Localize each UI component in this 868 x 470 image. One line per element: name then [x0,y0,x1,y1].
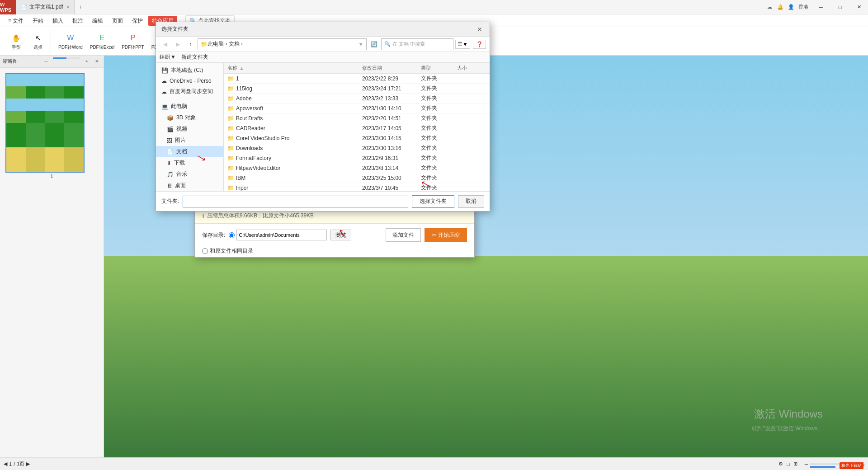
radio-same-dir[interactable]: 和原文件相同目录 [202,247,467,255]
dialog-close-btn[interactable]: ✕ [475,25,484,34]
sidebar-baidu[interactable]: ☁ 百度网盘同步空间 [156,86,223,97]
nav-up-btn[interactable]: ↑ [185,39,196,50]
sidebar-download[interactable]: ⬇ 下载 [156,157,223,169]
table-row[interactable]: 📁Adobe 2023/3/2 13:33 文件夹 [224,94,490,103]
table-row[interactable]: 📁Downloads 2023/3/30 13:16 文件夹 [224,143,490,153]
user-icon[interactable]: 👤 [788,4,795,11]
dialog-body: 💾 本地磁盘 (C:) ☁ OneDrive - Perso ☁ 百度网盘同步空… [156,63,490,191]
page-nav-prev[interactable]: ◀ [4,461,7,467]
radio-custom-input[interactable] [229,232,235,238]
ribbon-page-tab[interactable]: 页面 [108,14,127,27]
browse-btn[interactable]: 浏览 [330,230,351,240]
start-compress-btn[interactable]: ✂ 开始压缩 [425,228,467,242]
sidebar-picture[interactable]: 🖼 图片 [156,135,223,146]
table-row[interactable]: 📁FormatFactory 2023/2/9 16:31 文件夹 [224,153,490,163]
sidebar-document[interactable]: 📄 文档 [156,146,223,157]
select-folder-btn[interactable]: 选择文件夹 [412,195,454,208]
table-row[interactable]: 📁HitpawVideoEditor 2023/3/8 13:14 文件夹 [224,163,490,173]
table-row[interactable]: 📁CADReader 2023/3/17 14:05 文件夹 [224,123,490,133]
ribbon-start-tab[interactable]: 开始 [28,14,48,27]
left-panel: 缩略图 ─ + ✕ [0,55,104,457]
help-btn[interactable]: ❓ [473,40,486,49]
col-date-header[interactable]: 修改日期 [359,63,417,73]
window-controls: ─ □ ✕ [812,0,868,14]
3d-icon: 📦 [167,115,174,121]
ribbon-protect-tab[interactable]: 保护 [127,14,147,27]
table-row[interactable]: 📁Inpor 2023/3/7 10:45 文件夹 [224,183,490,191]
nav-forward-btn[interactable]: ▶ [172,39,183,50]
folder-icon: 📁 [227,145,234,151]
sidebar-local-c[interactable]: 💾 本地磁盘 (C:) [156,65,223,76]
breadcrumb-path: 此电脑 › 文档 › [208,40,243,48]
sidebar-video[interactable]: 🎬 视频 [156,123,223,135]
ribbon-edit-tab[interactable]: 编辑 [88,14,108,27]
table-row[interactable]: 📁Apowersoft 2023/1/30 14:10 文件夹 [224,103,490,113]
view-controls: ☰▼ ❓ [455,40,486,49]
pdf-excel-btn[interactable]: E PDF转Excel [87,31,117,52]
view-icon[interactable]: □ [787,461,790,467]
compress-info-text: 压缩后总体积9.66KB，比原文件小465.39KB [207,212,314,220]
hand-tool-btn[interactable]: ✋ 手型 [6,31,26,52]
refresh-btn[interactable]: 🔄 [368,39,379,50]
folder-icon: 📁 [227,85,234,92]
sidebar-onedrive[interactable]: ☁ OneDrive - Perso [156,76,223,86]
minimize-btn[interactable]: ─ [812,0,830,14]
fit-icon[interactable]: ⊞ [793,461,797,467]
tab-add-btn[interactable]: + [75,1,87,14]
table-row[interactable]: 📁Bcut Drafts 2023/2/20 14:51 文件夹 [224,113,490,123]
page-number-label: 1 [5,174,98,179]
ribbon-file-btn[interactable]: ≡ 文件 [4,14,28,27]
table-row[interactable]: 📁1 2023/2/22 8:29 文件夹 [224,74,490,84]
pdf-word-btn[interactable]: W PDF转Word [56,31,85,52]
organize-btn[interactable]: 组织▼ [160,53,176,61]
dialog-search-box[interactable]: 🔍 在 文档 中搜索 [381,38,453,50]
sidebar-music[interactable]: 🎵 音乐 [156,169,223,180]
table-row[interactable]: 📁115log 2023/3/24 17:21 文件夹 [224,84,490,94]
pdf-word-icon: W [64,32,77,44]
compress-icon: ✂ [432,232,436,238]
compress-dialog: ℹ 压缩后总体积9.66KB，比原文件小465.39KB 保存目录: 浏览 添加… [194,208,475,258]
sidebar-3d[interactable]: 📦 3D 对象 [156,112,223,123]
ribbon-insert-tab[interactable]: 插入 [48,14,68,27]
folder-input[interactable] [183,196,408,207]
page-nav-next[interactable]: ▶ [26,461,30,467]
add-file-btn[interactable]: 添加文件 [386,228,421,242]
folder-icon: 📁 [227,165,234,171]
settings-icon[interactable]: ⚙ [778,461,783,467]
username: 香港 [798,4,808,10]
sidebar-this-pc[interactable]: 💻 此电脑 [156,101,223,112]
close-btn[interactable]: ✕ [850,0,868,14]
table-row[interactable]: 📁Corel VideoStudio Pro 2023/3/30 14:15 文… [224,133,490,143]
radio-same-dir-input[interactable] [202,248,208,254]
ribbon-comment-tab[interactable]: 批注 [68,14,88,27]
breadcrumb-dropdown-icon[interactable]: ▼ [358,41,363,47]
search-box-icon: 🔍 [384,41,391,47]
tab-pdf[interactable]: 📄 文字文稿1.pdf ✕ [16,0,75,14]
pdf-ppt-btn[interactable]: P PDF转PPT [119,31,146,52]
panel-close-btn[interactable]: ✕ [93,57,101,66]
save-path-input[interactable] [236,230,327,240]
nav-back-btn[interactable]: ◀ [160,39,170,50]
new-folder-btn[interactable]: 新建文件夹 [181,53,208,61]
select-tool-btn[interactable]: ↖ 选择 [28,31,48,52]
panel-zoom-in-btn[interactable]: + [83,57,91,66]
table-row[interactable]: 📁IBM 2023/3/25 15:00 文件夹 [224,173,490,183]
maximize-btn[interactable]: □ [831,0,849,14]
bottom-bar: ◀ 1 / 1页 ▶ ⚙ □ ⊞ ─ + 78% 极光下载站 [0,457,868,470]
folder-icon: 📁 [227,135,234,141]
view-mode-btn[interactable]: ☰▼ [455,40,470,49]
breadcrumb-bar[interactable]: 📁 此电脑 › 文档 › ▼ [198,38,367,50]
panel-zoom-out-btn[interactable]: ─ [42,57,50,66]
dialog-toolbar: ◀ ▶ ↑ 📁 此电脑 › 文档 › ▼ 🔄 🔍 在 文档 中搜索 ☰▼ ❓ [156,37,490,52]
page-thumbnail[interactable] [5,73,85,173]
zoom-out-btn[interactable]: ─ [805,461,808,467]
cancel-btn[interactable]: 取消 [458,195,484,208]
sidebar-desktop[interactable]: 🖥 桌面 [156,180,223,191]
sync-icon[interactable]: ☁ [766,4,773,11]
col-size-header[interactable]: 大小 [453,63,490,73]
notify-icon[interactable]: 🔔 [777,4,784,11]
col-type-header[interactable]: 类型 [417,63,453,73]
tab-close-btn[interactable]: ✕ [66,5,70,9]
col-name-header[interactable]: 名称 ▲ [224,63,359,73]
radio-custom-path[interactable] [229,230,327,240]
